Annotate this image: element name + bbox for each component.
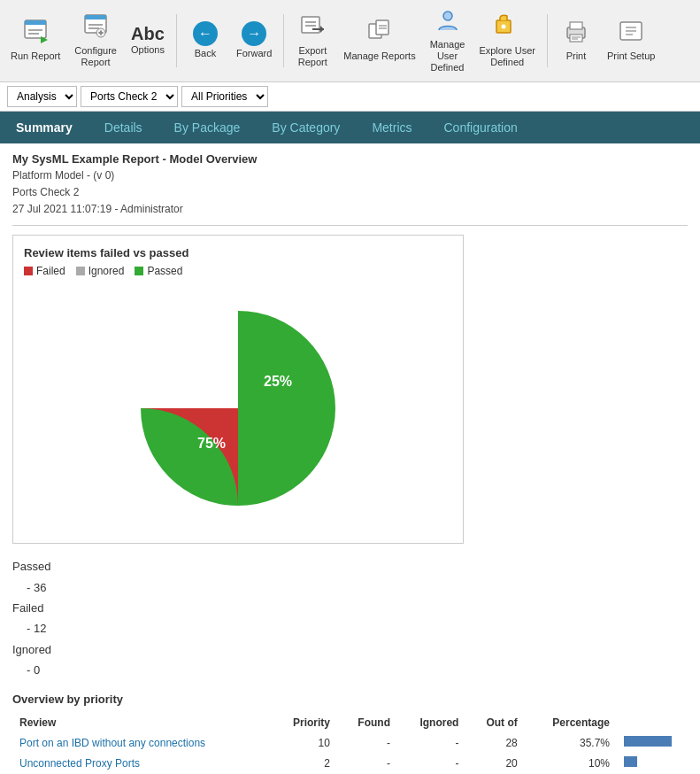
svg-point-21 (502, 24, 506, 28)
col-review: Review (12, 713, 271, 732)
forward-button[interactable]: → Forward (231, 18, 277, 63)
explore-user-defined-button[interactable]: Explore UserDefined (473, 10, 541, 72)
report-check: Ports Check 2 (12, 184, 688, 201)
export-report-icon (300, 13, 325, 43)
report-model: Platform Model - (v 0) (12, 167, 688, 184)
row-review-link[interactable]: Unconnected Proxy Ports (12, 753, 271, 773)
svg-rect-16 (376, 20, 388, 35)
tab-by-package[interactable]: By Package (158, 112, 257, 143)
manage-user-defined-button[interactable]: ManageUserDefined (425, 4, 471, 78)
svg-marker-14 (320, 26, 324, 33)
legend-passed-label: Passed (147, 265, 182, 277)
print-label: Print (566, 50, 587, 62)
print-icon (564, 19, 588, 49)
content-divider (12, 225, 688, 226)
row-found: - (337, 732, 397, 753)
stat-failed-value: - 12 (12, 618, 688, 639)
col-priority: Priority (271, 713, 337, 732)
configure-report-button[interactable]: ConfigureReport (69, 10, 122, 72)
print-setup-label: Print Setup (607, 50, 655, 62)
explore-user-defined-label: Explore UserDefined (479, 45, 535, 68)
legend-ignored: Ignored (76, 265, 125, 277)
row-ignored: - (397, 732, 465, 753)
col-percentage: Percentage (525, 713, 617, 732)
run-report-label: Run Report (11, 50, 60, 62)
table-row: Unconnected Proxy Ports2--2010% (12, 753, 688, 773)
pie-chart-container: 25% 75% (24, 284, 452, 532)
print-setup-icon (619, 19, 643, 49)
print-setup-button[interactable]: Print Setup (602, 15, 660, 66)
legend-failed: Failed (24, 265, 65, 277)
ports-check-filter[interactable]: Ports Check 2 (81, 86, 178, 107)
options-label: Options (131, 44, 165, 56)
overview-title: Overview by priority (12, 693, 688, 706)
table-row: Port on an IBD without any connections10… (12, 732, 688, 753)
export-report-button[interactable]: ExportReport (290, 10, 335, 72)
back-button[interactable]: ← Back (183, 18, 227, 63)
configure-report-label: ConfigureReport (74, 45, 117, 68)
separator-1 (176, 14, 177, 67)
manage-reports-label: Manage Reports (343, 50, 415, 62)
legend-passed: Passed (135, 265, 182, 277)
legend-failed-label: Failed (36, 265, 65, 277)
tab-by-category[interactable]: By Category (256, 112, 356, 143)
row-out-of: 28 (465, 732, 524, 753)
row-priority: 10 (271, 732, 337, 753)
options-button[interactable]: Abc Options (126, 21, 170, 59)
tab-details[interactable]: Details (88, 112, 158, 143)
manage-reports-icon (367, 19, 392, 49)
chart-legend: Failed Ignored Passed (24, 265, 452, 277)
tab-metrics[interactable]: Metrics (356, 112, 427, 143)
svg-point-19 (443, 12, 452, 20)
configure-report-icon (83, 13, 108, 43)
tab-summary[interactable]: Summary (0, 112, 88, 143)
toolbar: Run Report ConfigureReport Abc Options ←… (0, 0, 700, 82)
export-report-label: ExportReport (298, 45, 327, 68)
row-review-link[interactable]: Port on an IBD without any connections (12, 732, 271, 753)
row-bar (617, 732, 688, 753)
overview-table: Review Priority Found Ignored Out of Per… (12, 713, 688, 773)
main-content: My SysML Example Report - Model Overview… (0, 143, 700, 774)
stat-ignored-label: Ignored (12, 639, 688, 660)
options-icon: Abc (131, 25, 165, 43)
legend-ignored-label: Ignored (88, 265, 125, 277)
filter-bar: Analysis Ports Check 2 All Priorities (0, 82, 700, 112)
back-label: Back (195, 48, 216, 59)
legend-passed-dot (135, 267, 143, 275)
row-ignored: - (397, 753, 465, 773)
pie-chart: 25% 75% (123, 293, 353, 523)
svg-rect-6 (85, 15, 106, 19)
chart-box: Review items failed vs passed Failed Ign… (12, 235, 464, 544)
priority-filter[interactable]: All Priorities (181, 86, 268, 107)
stat-failed-label: Failed (12, 598, 688, 618)
tab-configuration[interactable]: Configuration (428, 112, 534, 143)
print-button[interactable]: Print (554, 15, 598, 66)
col-ignored: Ignored (397, 713, 465, 732)
chart-title: Review items failed vs passed (24, 246, 452, 259)
row-bar (617, 753, 688, 773)
row-found: - (337, 753, 397, 773)
analysis-filter[interactable]: Analysis (7, 86, 77, 107)
explore-user-defined-icon (495, 13, 519, 43)
tab-bar: Summary Details By Package By Category M… (0, 112, 700, 143)
manage-user-defined-label: ManageUserDefined (430, 39, 465, 74)
manage-user-defined-icon (435, 7, 460, 37)
manage-reports-button[interactable]: Manage Reports (338, 15, 420, 66)
pie-label-passed: 75% (197, 436, 226, 451)
report-title: My SysML Example Report - Model Overview (12, 152, 688, 166)
separator-3 (547, 14, 548, 67)
stat-ignored-value: - 0 (12, 660, 688, 680)
row-out-of: 20 (465, 753, 524, 773)
legend-failed-dot (24, 267, 33, 275)
run-report-button[interactable]: Run Report (5, 15, 65, 66)
forward-label: Forward (236, 48, 272, 59)
pie-label-failed: 25% (264, 374, 292, 389)
svg-rect-23 (570, 22, 582, 29)
stat-passed-label: Passed (12, 556, 688, 577)
forward-icon: → (242, 21, 266, 46)
run-report-icon (23, 19, 48, 49)
row-percentage: 10% (525, 753, 617, 773)
svg-rect-24 (570, 35, 582, 42)
stat-passed-value: - 36 (12, 577, 688, 598)
report-date: 27 Jul 2021 11:07:19 - Administrator (12, 201, 688, 218)
